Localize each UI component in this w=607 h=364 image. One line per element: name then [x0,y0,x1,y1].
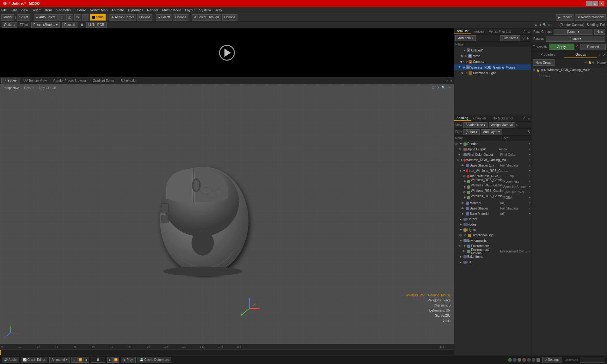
shading-expand-icon[interactable]: ⤢ [521,116,527,120]
animated-dropdown[interactable]: Animated ▾ [49,357,69,363]
tree-item-camera[interactable]: 👁 ⊙ C Camera [454,59,531,64]
vp-ctrl-search[interactable]: 🔍 [441,86,446,90]
tree-item-mouse[interactable]: 👁 ▶ M Wireless_RGB_Gaming_Mouse [454,64,531,70]
panel-options-icon[interactable]: ≡ [527,30,531,33]
menu-select[interactable]: Select [32,8,41,12]
transport-prev-key[interactable]: ◀ [83,357,89,363]
play-btn[interactable]: ▶ Play [121,357,136,363]
options2-btn[interactable]: Options [173,14,188,21]
expand-mouse[interactable]: ▶ [463,66,465,69]
menu-view[interactable]: View [21,8,28,12]
transport-next-frame[interactable]: ⏩ [113,357,119,363]
expand-nodes[interactable]: ▶ [460,223,463,226]
shader-bake[interactable]: ▶ Bake Items [454,254,531,259]
close-btn[interactable]: ✕ [599,1,604,6]
tab-images[interactable]: Images [471,29,487,34]
tree-item-light[interactable]: 👁 ☀ L Directional Light [454,70,531,76]
groups-add-icon[interactable]: + [597,52,602,58]
vp-ctrl-reset[interactable]: ⟳ [437,86,439,90]
tab-properties[interactable]: Properties [531,52,564,58]
expand-env[interactable]: ▼ [463,245,467,247]
tab-add-icon[interactable]: + [139,78,145,83]
filter-items-btn[interactable]: Filter Items [500,35,520,41]
panel-expand-icon[interactable]: ⤢ [521,29,527,33]
vp-ctrl-settings[interactable]: ⚙ [432,86,435,90]
shader-base-shader1[interactable]: 👁 Base Shader (...) Full Shading ▾ [454,163,531,168]
mode-model-btn[interactable]: Model [1,14,14,21]
passes-none-dropdown[interactable]: (none) ▾ [546,36,605,42]
tab-channels[interactable]: Channels [471,116,489,121]
menu-help[interactable]: Help [215,8,222,12]
transport-prev-end[interactable]: ⏮ [71,357,77,363]
shader-wireless-group[interactable]: 👁 ▼ Wireless_RGB_Gaming_Mo... ▾ [454,157,531,163]
tree-item-scene[interactable]: ▼ S Untitled* [454,47,531,53]
groups-icon1[interactable]: 👁 [585,61,587,64]
mode-sculpt-btn[interactable]: Sculpt [17,14,30,21]
expand-scene[interactable]: ▼ [463,49,466,52]
transport-prev-frame[interactable]: ⏪ [77,357,83,363]
shader-mat-wireless[interactable]: 👁 ▼ mat_Wireless_RGB_Gam... ▾ [454,168,531,173]
pass-new-btn[interactable]: New [594,29,605,35]
shader-environments[interactable]: ▼ Environments [454,238,531,243]
shader-render[interactable]: 👁 ▼ Render ▾ [454,141,531,147]
options1-btn[interactable]: Options [137,14,152,21]
tab-shading[interactable]: Shading [454,116,471,121]
lut-btn[interactable]: LUT: sRGB [86,22,107,28]
menu-texture[interactable]: Texture [75,8,86,12]
frame-input[interactable] [91,357,105,363]
tab-schematic[interactable]: Schematic [118,78,139,83]
menu-render[interactable]: Render [147,8,158,12]
new-group-btn[interactable]: New Group [533,59,555,66]
tab-3dview[interactable]: 3D View [1,78,20,84]
icon-btn-1[interactable]: ⬚ [58,14,65,21]
shader-tree-dropdown[interactable]: Shader Tree ▾ [463,122,488,128]
shader-s-icon[interactable]: S [528,130,530,134]
vp-options-icon[interactable]: ≡ [451,79,452,83]
menu-dynamics[interactable]: Dynamics [128,8,143,12]
tree-item-mesh[interactable]: 👁 ▷ M Mesh [454,53,531,59]
menu-geometry[interactable]: Geometry [56,8,71,12]
menu-system[interactable]: System [199,8,211,12]
select-through-btn[interactable]: ⊗ Select Through [192,14,221,21]
shader-final-color[interactable]: 👁 Final Color Output Final Color ▾ [454,152,531,157]
group-expand-icon[interactable]: ▶ [544,69,546,71]
graph-editor-btn[interactable]: 📈 Graph Editor [21,357,48,363]
shader-directional-light[interactable]: 👁 ⊙ Directional Light [454,233,531,238]
options-dropdown[interactable]: Options [2,22,17,28]
icon-btn-3[interactable]: ⧉ [74,14,81,21]
auto-select-btn[interactable]: ▶ Auto Select [34,14,58,21]
audio-btn[interactable]: 🔊 Audio [2,357,19,363]
opt-icon-3[interactable]: 🔍 [543,23,547,27]
groups-icon2[interactable]: 🔒 [588,61,592,64]
expand-bake[interactable]: ▶ [460,255,463,258]
menu-edit[interactable]: Edit [11,8,17,12]
maximize-btn[interactable]: □ [592,1,598,6]
tab-item-list[interactable]: Item List [454,29,471,34]
icon-btn-2[interactable]: ◫ [66,14,73,21]
menu-item[interactable]: Item [45,8,52,12]
icon-btn-4[interactable]: ⬛ [82,14,89,21]
timeline-bar[interactable] [0,349,454,355]
shader-library[interactable]: ▶ Library [454,216,531,222]
tab-render-preset[interactable]: Render Preset Browser [50,78,89,83]
shader-base-material[interactable]: 👁 Base Material (all) ▾ [454,211,531,216]
pass-none-dropdown[interactable]: (None) ▾ [554,29,592,35]
tab-uv-texture[interactable]: UV Texture View [20,78,50,83]
menu-vertex-map[interactable]: Vertex Map [90,8,108,12]
expand-lights[interactable]: ▼ [460,228,463,231]
render-window-btn[interactable]: 🖥 Render Window [575,14,606,21]
tab-vertex-map[interactable]: Vertex Map List [487,29,513,34]
tab-gradient[interactable]: Gradient Editor [90,78,117,83]
expand-library[interactable]: ▶ [460,218,463,221]
expand-envs[interactable]: ▼ [460,239,463,242]
shading-options-icon[interactable]: ≡ [527,117,531,120]
options3-btn[interactable]: Options [222,14,237,21]
menu-animate[interactable]: Animate [111,8,124,12]
shader-nodes[interactable]: ▶ Nodes [454,222,531,227]
settings-btn[interactable]: ⚙ Settings [542,357,561,363]
shader-fx[interactable]: ▶ FX [454,259,531,265]
tab-info-stats[interactable]: Info & Statistics [489,116,516,121]
discard-btn[interactable]: Discard [580,44,606,50]
opt-icon-2[interactable]: ◑ [539,23,542,27]
filter-s-icon[interactable]: S [522,36,525,40]
